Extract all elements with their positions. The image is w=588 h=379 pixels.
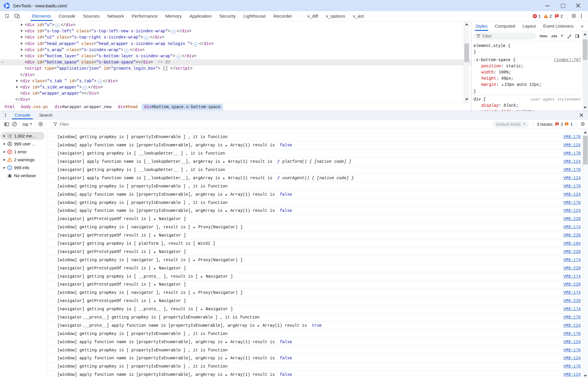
element-classes-button[interactable]: .cls [551,34,557,38]
expand-caret-icon[interactable] [4,143,5,145]
main-tab-recorder[interactable]: Recorder [270,11,296,21]
expand-ellipsis-button[interactable]: … [193,42,198,46]
main-tab-performance[interactable]: Performance [128,11,162,21]
live-expression-eye-icon[interactable] [37,121,44,128]
source-link[interactable]: VM8:170 [563,184,581,189]
tree-node[interactable]: <div id="bottom_layer" class="s-bottom-l… [0,53,471,59]
expand-arrow-icon[interactable]: ▶ [226,373,227,377]
expand-arrow-icon[interactable] [21,36,23,38]
scrollbar-thumb[interactable] [583,39,587,60]
drawer-tab-search[interactable]: Search [35,111,57,119]
breadcrumb-item[interactable]: html [2,104,17,110]
tree-node[interactable]: <div id="s_side_wrapper">…</div> [0,84,471,90]
styles-tab-layout[interactable]: Layout [523,21,536,31]
breadcrumb-item[interactable]: body.cos-pc [19,104,51,110]
tree-node-selected[interactable]: ⋯<div id="bottom_space" class="s-bottom-… [0,59,471,66]
source-link[interactable]: VM8:124 [563,192,581,197]
paint-brush-icon[interactable] [567,34,572,38]
expand-arrow-icon[interactable]: ▶ [201,275,203,279]
tree-node[interactable]: <div id="head_wrapper" class="head_wrapp… [0,41,471,47]
source-link[interactable]: VM8:124 [563,176,581,180]
console-sidebar-item-1-002-me[interactable]: 1,002 me... [1,132,45,140]
source-link[interactable]: VM8:124 [563,356,581,360]
expand-arrow-icon[interactable]: ▶ [194,226,195,229]
clear-console-icon[interactable] [11,121,18,128]
expand-caret-icon[interactable] [4,167,5,169]
expand-caret-icon[interactable] [4,151,5,153]
source-link[interactable]: VM8:170 [563,315,581,320]
new-style-rule-button[interactable]: + [560,33,564,39]
expand-ellipsis-button[interactable]: … [176,55,181,59]
expand-arrow-icon[interactable] [16,86,18,88]
scroll-down-arrow-icon[interactable] [584,107,587,109]
console-sidebar-item-1-error[interactable]: 1 error [1,148,45,156]
main-tab-security[interactable]: Security [216,11,240,21]
source-link[interactable]: VM8:174 [563,258,581,262]
expand-arrow-icon[interactable] [21,30,23,32]
drawer-menu-kebab-icon[interactable]: ⋮ [0,111,10,119]
expand-arrow-icon[interactable]: ▶ [194,291,195,295]
expand-arrow-icon[interactable]: ▶ [154,300,156,303]
expand-ellipsis-button[interactable]: … [98,80,102,84]
source-link[interactable]: VM8:124 [563,159,581,164]
source-link[interactable]: VM8:124 [563,323,581,328]
expand-arrow-icon[interactable]: ▶ [154,234,156,237]
scroll-down-arrow-icon[interactable] [465,98,468,100]
source-link[interactable]: VM8:170 [563,348,581,353]
expand-arrow-icon[interactable]: ▶ [154,283,156,286]
tree-node[interactable]: <div id="u1" class="s-top-right s-isinde… [0,34,471,41]
style-property[interactable]: height: 40px; [473,76,581,82]
tree-node[interactable]: <script type="application/json" id="prom… [0,66,471,72]
expand-arrow-icon[interactable]: ▶ [201,308,203,311]
expand-arrow-icon[interactable]: ▶ [223,160,225,164]
console-sidebar-item-999-info[interactable]: 999 info [1,164,45,172]
log-levels-dropdown[interactable]: Default levels [493,121,529,128]
main-tab-application[interactable]: Application [186,11,216,21]
source-link[interactable]: VM8:174 [563,307,581,311]
expand-ellipsis-button[interactable]: … [83,86,87,90]
tree-node[interactable]: <div class="s_tab " id="s_tab">…</div> [0,78,471,84]
more-options-kebab-icon[interactable]: ⋮ [579,13,584,19]
scrollbar-thumb[interactable] [464,43,469,62]
source-link[interactable]: VM8:124 [563,208,581,213]
styles-tab-computed[interactable]: Computed [495,21,515,31]
main-tab-lighthouse[interactable]: Lighthouse [240,11,270,21]
expand-arrow-icon[interactable]: ▶ [226,193,227,197]
styles-filter-pill[interactable] [474,33,536,40]
source-link[interactable]: VM8:124 [563,372,581,377]
source-link[interactable]: VM8:170 [563,135,581,139]
console-sidebar-toggle-icon[interactable] [3,121,11,128]
tree-node[interactable]: <div id="wrapper_wrapper"></div> [0,90,471,97]
inspect-element-icon[interactable] [3,12,11,20]
maximize-button[interactable] [560,3,565,8]
source-link[interactable]: VM8:174 [563,290,581,295]
expand-arrow-icon[interactable]: ▶ [226,144,227,147]
tree-node[interactable]: </div> [0,72,471,78]
expand-arrow-icon[interactable]: ▶ [154,251,156,254]
scroll-down-arrow-icon[interactable] [584,375,587,377]
expand-arrow-icon[interactable] [16,80,18,82]
console-settings-gear-icon[interactable]: ⚙ [581,122,585,127]
expand-arrow-icon[interactable] [21,24,23,26]
source-link[interactable]: VM8:170 [563,151,581,156]
scroll-up-arrow-icon[interactable] [584,33,587,35]
expand-arrow-icon[interactable]: ▶ [226,209,227,213]
style-property[interactable]: position: static; [473,63,581,69]
expand-ellipsis-button[interactable]: … [144,36,149,40]
expand-arrow-icon[interactable]: ▶ [154,267,156,270]
dock-panel-icon[interactable] [575,34,579,38]
source-link[interactable]: VM8:228 [563,282,581,287]
source-link[interactable]: VM8:228 [563,233,581,238]
main-tab-console[interactable]: Console [55,11,79,21]
tree-node[interactable]: <div id="s_wrap" class="s-isindex-wrap">… [0,47,471,53]
source-link[interactable]: VM8:228 [563,217,581,221]
scrollbar-thumb[interactable] [583,136,588,165]
main-tab-elements[interactable]: Elements [28,11,55,21]
expand-arrow-icon[interactable]: ▶ [226,357,227,360]
tree-node[interactable]: <div id="u">…</div> [0,22,471,28]
issues-counter[interactable]: 3 Issues: 2 1 [537,122,573,127]
main-tab-sources[interactable]: Sources [79,11,104,21]
expand-arrow-icon[interactable] [21,42,23,45]
toggle-element-state-button[interactable]: :hov [539,34,547,38]
source-link[interactable]: VM8:228 [563,266,581,271]
